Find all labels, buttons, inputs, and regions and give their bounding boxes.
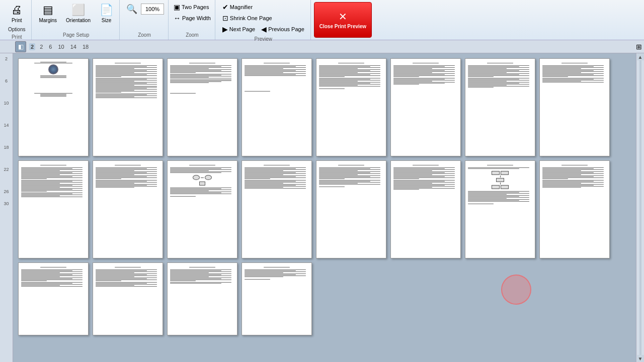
page-setup-buttons: ▤ Margins ⬜ Orientation 📄 Size: [35, 2, 117, 25]
ruler-num-2[interactable]: 2: [38, 43, 44, 50]
page-content-10: [93, 161, 163, 258]
zoom-icon: 🔍: [126, 4, 137, 15]
diagram-15: [468, 171, 532, 189]
size-icon: 📄: [100, 4, 113, 17]
magnifier-button[interactable]: ✔ Magnifier: [220, 2, 255, 12]
page-thumb-11[interactable]: [167, 160, 237, 258]
page-content-3: [168, 59, 237, 156]
view-group: ▣ Two Pages ↔ Page Width Zoom: [170, 0, 215, 40]
page-thumb-13[interactable]: [316, 160, 386, 258]
ruler-num-6[interactable]: 18: [81, 43, 90, 50]
zoom-group-label2: Zoom: [172, 31, 213, 38]
preview-group: ✔ Magnifier ⊡ Shrink One Page ▶ Next Pag…: [216, 0, 311, 40]
options-button[interactable]: Options: [5, 26, 28, 33]
page-thumb-5[interactable]: [316, 58, 386, 156]
scroll-area[interactable]: [13, 53, 636, 362]
side-ruler-num-4: 14: [4, 122, 9, 129]
zoom-row: 🔍: [125, 2, 164, 16]
page-thumb-12[interactable]: [242, 160, 312, 258]
page-content-15: [465, 161, 535, 258]
side-ruler-num-6: 22: [4, 166, 9, 173]
page-thumb-8[interactable]: [539, 58, 610, 156]
scroll-up-arrow[interactable]: ▲: [637, 53, 644, 60]
page-thumb-10[interactable]: [93, 160, 163, 258]
page-thumb-20[interactable]: [242, 262, 312, 335]
page-content-16: [540, 161, 609, 258]
scroll-track[interactable]: [639, 60, 641, 355]
page-thumb-4[interactable]: [242, 58, 312, 156]
diagram-11: [170, 175, 234, 186]
page-thumb-19[interactable]: [167, 262, 237, 335]
print-button[interactable]: 🖨 Print: [7, 2, 26, 25]
scroll-down-arrow[interactable]: ▼: [637, 355, 644, 362]
page1-footer: [21, 93, 86, 97]
preview-row-top: ✔ Magnifier: [220, 2, 306, 12]
magnifier-icon: ✔: [222, 3, 228, 11]
shrink-one-page-button[interactable]: ⊡ Shrink One Page: [220, 13, 274, 23]
zoom-input[interactable]: [141, 4, 164, 15]
ruler-expand-icon[interactable]: ⊞: [636, 43, 644, 51]
page-content-18: [93, 263, 163, 335]
page-content-7: [465, 59, 535, 156]
orientation-button[interactable]: ⬜ Orientation: [62, 2, 95, 25]
page-content-6: [391, 59, 460, 156]
page-thumb-15[interactable]: [465, 160, 535, 258]
right-scrollbar[interactable]: ▲ ▼: [636, 53, 644, 362]
orientation-label: Orientation: [66, 18, 91, 23]
ruler-icon[interactable]: ◧: [15, 41, 26, 52]
preview-group-label: Preview: [220, 35, 306, 42]
two-pages-button[interactable]: ▣ Two Pages: [172, 2, 211, 12]
side-ruler-num-8: 30: [4, 200, 9, 207]
zoom-button[interactable]: 🔍: [125, 2, 139, 16]
page-thumb-18[interactable]: [93, 262, 163, 335]
page-width-label: Page Width: [182, 15, 211, 21]
previous-page-label: Previous Page: [268, 26, 304, 32]
page-thumb-3[interactable]: [167, 58, 237, 156]
page-setup-group: ▤ Margins ⬜ Orientation 📄 Size Page Setu…: [33, 0, 120, 40]
page-thumb-6[interactable]: [390, 58, 461, 156]
options-label: Options: [8, 27, 25, 32]
page-content-11: [168, 161, 237, 258]
ruler-num-1[interactable]: 2: [29, 43, 35, 50]
side-ruler: 2 6 10 14 18 22 26 30: [0, 53, 13, 362]
ruler-num-4[interactable]: 10: [56, 43, 65, 50]
shrink-label: Shrink One Page: [230, 15, 272, 21]
previous-page-icon: ◀: [261, 25, 267, 33]
print-group: 🖨 Print Options Print: [2, 0, 32, 40]
previous-page-button[interactable]: ◀ Previous Page: [259, 24, 306, 34]
page-content-20: [242, 263, 311, 335]
page-thumb-7[interactable]: [465, 58, 535, 156]
page-thumb-14[interactable]: [390, 160, 461, 258]
page-thumb-17[interactable]: [18, 262, 89, 335]
close-print-preview-button[interactable]: ✕ Close Print Preview: [314, 2, 372, 38]
margins-icon: ▤: [43, 4, 53, 17]
page1-logo: [48, 64, 58, 74]
page-thumb-1[interactable]: [18, 58, 89, 156]
page-content-13: [316, 161, 386, 258]
size-label: Size: [102, 18, 111, 23]
ruler-num-5[interactable]: 14: [69, 43, 78, 50]
size-button[interactable]: 📄 Size: [96, 2, 117, 25]
side-ruler-num-7: 26: [4, 188, 9, 195]
next-page-icon: ▶: [222, 25, 228, 33]
zoom-group: 🔍 Zoom: [121, 0, 169, 40]
page-thumb-2[interactable]: [93, 58, 163, 156]
print-label: Print: [12, 18, 22, 23]
page-width-button[interactable]: ↔ Page Width: [172, 13, 213, 23]
next-page-button[interactable]: ▶ Next Page: [220, 24, 257, 34]
page-content-14: [391, 161, 460, 258]
pages-grid: [18, 58, 631, 340]
orientation-icon: ⬜: [71, 4, 85, 17]
print-buttons: 🖨 Print Options: [5, 2, 28, 33]
preview-row-bottom: ⊡ Shrink One Page: [220, 13, 306, 23]
ruler-num-3[interactable]: 6: [47, 43, 53, 50]
page1-title: [21, 62, 86, 63]
print-group-label: Print: [12, 33, 22, 40]
close-icon: ✕: [339, 11, 347, 23]
nav-row: ▶ Next Page ◀ Previous Page: [220, 24, 306, 34]
page-content-5: [316, 59, 386, 156]
margins-button[interactable]: ▤ Margins: [35, 2, 61, 25]
page-thumb-16[interactable]: [539, 160, 610, 258]
page-thumb-9[interactable]: [18, 160, 89, 258]
page-width-icon: ↔: [174, 14, 181, 22]
